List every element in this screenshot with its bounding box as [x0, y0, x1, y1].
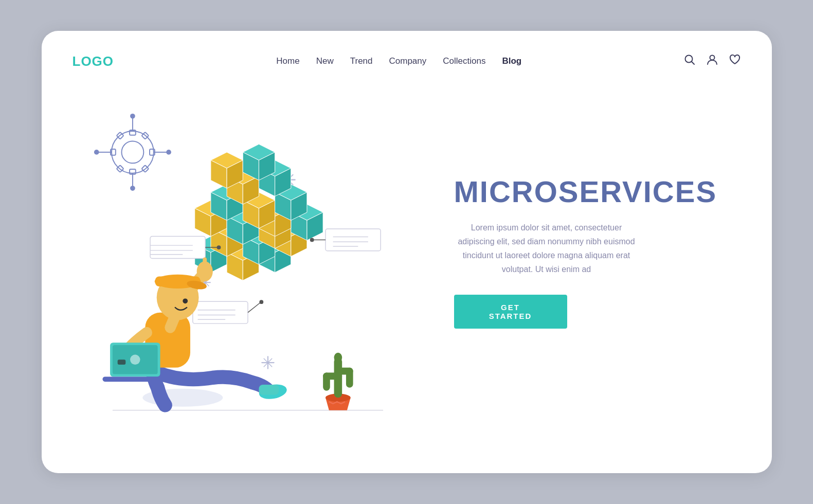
svg-rect-111 [259, 385, 279, 394]
get-started-button[interactable]: GET STARTED [454, 295, 567, 329]
svg-line-104 [248, 302, 260, 312]
nav-item-new[interactable]: New [316, 56, 334, 66]
nav-item-trend[interactable]: Trend [350, 56, 373, 66]
nav-item-company[interactable]: Company [389, 56, 427, 66]
user-icon[interactable] [707, 54, 718, 68]
svg-point-17 [94, 150, 99, 155]
svg-point-117 [130, 355, 140, 365]
svg-point-99 [310, 238, 314, 242]
svg-point-93 [216, 245, 221, 249]
right-panel: MICROSERVICES Lorem ipsum dolor sit amet… [423, 77, 741, 458]
svg-rect-114 [203, 258, 207, 272]
svg-point-131 [334, 353, 342, 363]
illustration-area [73, 77, 423, 458]
content-area: MICROSERVICES Lorem ipsum dolor sit amet… [42, 77, 772, 473]
svg-rect-118 [102, 376, 168, 382]
svg-point-19 [130, 114, 135, 119]
search-icon[interactable] [684, 54, 695, 68]
nav-item-blog[interactable]: Blog [502, 56, 521, 66]
svg-rect-91 [150, 237, 205, 259]
nav-links: Home New Trend Company Collections Blog [276, 56, 521, 66]
svg-point-21 [130, 186, 135, 191]
svg-point-2 [710, 56, 715, 60]
svg-point-5 [121, 141, 143, 163]
svg-rect-130 [335, 368, 353, 375]
svg-point-15 [166, 150, 171, 155]
svg-rect-97 [326, 229, 381, 251]
svg-point-105 [259, 300, 263, 304]
svg-rect-124 [117, 359, 125, 365]
nav-icons [684, 54, 740, 68]
hero-description: Lorem ipsum dolor sit amet, consectetuer… [454, 221, 639, 277]
svg-rect-103 [192, 301, 247, 323]
nav-item-collections[interactable]: Collections [443, 56, 485, 66]
main-card: LOGO Home New Trend Company Collections … [42, 31, 772, 473]
svg-line-1 [692, 62, 694, 64]
svg-point-123 [183, 298, 188, 303]
nav-item-home[interactable]: Home [276, 56, 299, 66]
hero-illustration [73, 77, 423, 458]
navbar: LOGO Home New Trend Company Collections … [42, 31, 772, 77]
logo: LOGO [73, 53, 114, 69]
heart-icon[interactable] [729, 54, 740, 68]
hero-title: MICROSERVICES [454, 175, 741, 208]
